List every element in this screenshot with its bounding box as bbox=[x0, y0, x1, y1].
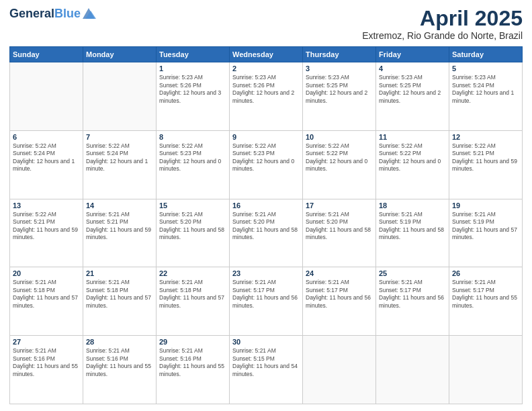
page: GeneralBlue April 2025 Extremoz, Rio Gra… bbox=[0, 0, 532, 411]
calendar-header-saturday: Saturday bbox=[449, 47, 523, 62]
calendar-cell bbox=[449, 336, 523, 404]
day-number: 27 bbox=[13, 338, 80, 346]
day-info: Sunrise: 5:21 AM Sunset: 5:20 PM Dayligh… bbox=[306, 211, 373, 242]
day-number: 15 bbox=[159, 201, 226, 210]
calendar-header-wednesday: Wednesday bbox=[230, 47, 303, 62]
calendar-header-sunday: Sunday bbox=[10, 47, 83, 62]
logo: GeneralBlue bbox=[9, 7, 96, 21]
calendar-cell: 19Sunrise: 5:21 AM Sunset: 5:19 PM Dayli… bbox=[449, 199, 523, 267]
calendar-week-2: 6Sunrise: 5:22 AM Sunset: 5:24 PM Daylig… bbox=[10, 130, 523, 199]
day-info: Sunrise: 5:21 AM Sunset: 5:21 PM Dayligh… bbox=[86, 211, 153, 242]
calendar-cell: 17Sunrise: 5:21 AM Sunset: 5:20 PM Dayli… bbox=[303, 199, 376, 267]
day-info: Sunrise: 5:21 AM Sunset: 5:17 PM Dayligh… bbox=[232, 279, 300, 310]
logo-text: GeneralBlue bbox=[9, 7, 81, 21]
calendar-week-3: 13Sunrise: 5:22 AM Sunset: 5:21 PM Dayli… bbox=[10, 199, 523, 267]
day-info: Sunrise: 5:21 AM Sunset: 5:20 PM Dayligh… bbox=[232, 211, 300, 242]
subtitle: Extremoz, Rio Grande do Norte, Brazil bbox=[362, 30, 523, 41]
calendar-cell: 12Sunrise: 5:22 AM Sunset: 5:21 PM Dayli… bbox=[449, 130, 523, 199]
calendar-cell: 13Sunrise: 5:22 AM Sunset: 5:21 PM Dayli… bbox=[10, 199, 83, 267]
calendar-cell: 2Sunrise: 5:23 AM Sunset: 5:26 PM Daylig… bbox=[230, 62, 303, 131]
day-info: Sunrise: 5:23 AM Sunset: 5:25 PM Dayligh… bbox=[379, 74, 446, 105]
calendar-cell: 7Sunrise: 5:22 AM Sunset: 5:24 PM Daylig… bbox=[83, 130, 157, 199]
calendar-cell: 25Sunrise: 5:21 AM Sunset: 5:17 PM Dayli… bbox=[376, 267, 449, 336]
calendar-cell: 26Sunrise: 5:21 AM Sunset: 5:17 PM Dayli… bbox=[449, 267, 523, 336]
day-info: Sunrise: 5:22 AM Sunset: 5:22 PM Dayligh… bbox=[306, 142, 373, 173]
day-number: 16 bbox=[232, 201, 300, 210]
calendar-cell: 8Sunrise: 5:22 AM Sunset: 5:23 PM Daylig… bbox=[157, 130, 230, 199]
day-info: Sunrise: 5:21 AM Sunset: 5:18 PM Dayligh… bbox=[13, 279, 80, 310]
calendar-cell: 28Sunrise: 5:21 AM Sunset: 5:16 PM Dayli… bbox=[83, 336, 157, 404]
calendar-cell: 21Sunrise: 5:21 AM Sunset: 5:18 PM Dayli… bbox=[83, 267, 157, 336]
day-number: 11 bbox=[379, 133, 446, 141]
day-info: Sunrise: 5:21 AM Sunset: 5:16 PM Dayligh… bbox=[86, 347, 153, 378]
calendar-cell: 14Sunrise: 5:21 AM Sunset: 5:21 PM Dayli… bbox=[83, 199, 157, 267]
calendar-header-row: SundayMondayTuesdayWednesdayThursdayFrid… bbox=[10, 47, 523, 62]
calendar-cell: 16Sunrise: 5:21 AM Sunset: 5:20 PM Dayli… bbox=[230, 199, 303, 267]
calendar-cell bbox=[376, 336, 449, 404]
day-number: 12 bbox=[452, 133, 519, 141]
day-info: Sunrise: 5:22 AM Sunset: 5:24 PM Dayligh… bbox=[13, 142, 80, 173]
day-info: Sunrise: 5:22 AM Sunset: 5:23 PM Dayligh… bbox=[232, 142, 300, 173]
day-info: Sunrise: 5:23 AM Sunset: 5:26 PM Dayligh… bbox=[159, 74, 226, 105]
day-number: 3 bbox=[306, 64, 373, 73]
day-info: Sunrise: 5:22 AM Sunset: 5:23 PM Dayligh… bbox=[159, 142, 226, 173]
logo-icon bbox=[81, 7, 96, 21]
calendar-cell: 29Sunrise: 5:21 AM Sunset: 5:16 PM Dayli… bbox=[157, 336, 230, 404]
calendar-cell: 10Sunrise: 5:22 AM Sunset: 5:22 PM Dayli… bbox=[303, 130, 376, 199]
calendar-header-tuesday: Tuesday bbox=[157, 47, 230, 62]
day-number: 5 bbox=[452, 64, 519, 73]
calendar-week-1: 1Sunrise: 5:23 AM Sunset: 5:26 PM Daylig… bbox=[10, 62, 523, 131]
day-info: Sunrise: 5:21 AM Sunset: 5:16 PM Dayligh… bbox=[159, 347, 226, 378]
day-info: Sunrise: 5:21 AM Sunset: 5:17 PM Dayligh… bbox=[306, 279, 373, 310]
day-info: Sunrise: 5:22 AM Sunset: 5:21 PM Dayligh… bbox=[452, 142, 519, 173]
day-number: 19 bbox=[452, 201, 519, 210]
day-number: 10 bbox=[306, 133, 373, 141]
day-number: 2 bbox=[232, 64, 300, 73]
day-number: 26 bbox=[452, 269, 519, 277]
day-number: 29 bbox=[159, 338, 226, 346]
day-info: Sunrise: 5:22 AM Sunset: 5:21 PM Dayligh… bbox=[13, 211, 80, 242]
day-info: Sunrise: 5:23 AM Sunset: 5:26 PM Dayligh… bbox=[232, 74, 300, 105]
calendar-cell: 24Sunrise: 5:21 AM Sunset: 5:17 PM Dayli… bbox=[303, 267, 376, 336]
day-info: Sunrise: 5:21 AM Sunset: 5:19 PM Dayligh… bbox=[379, 211, 446, 242]
day-info: Sunrise: 5:23 AM Sunset: 5:25 PM Dayligh… bbox=[306, 74, 373, 105]
day-info: Sunrise: 5:21 AM Sunset: 5:18 PM Dayligh… bbox=[86, 279, 153, 310]
day-number: 17 bbox=[306, 201, 373, 210]
calendar-cell: 27Sunrise: 5:21 AM Sunset: 5:16 PM Dayli… bbox=[10, 336, 83, 404]
calendar-header-friday: Friday bbox=[376, 47, 449, 62]
day-number: 14 bbox=[86, 201, 153, 210]
day-info: Sunrise: 5:21 AM Sunset: 5:19 PM Dayligh… bbox=[452, 211, 519, 242]
day-number: 30 bbox=[232, 338, 300, 346]
day-number: 18 bbox=[379, 201, 446, 210]
calendar-cell: 30Sunrise: 5:21 AM Sunset: 5:15 PM Dayli… bbox=[230, 336, 303, 404]
day-number: 1 bbox=[159, 64, 226, 73]
day-number: 25 bbox=[379, 269, 446, 277]
day-number: 21 bbox=[86, 269, 153, 277]
day-number: 20 bbox=[13, 269, 80, 277]
day-info: Sunrise: 5:22 AM Sunset: 5:24 PM Dayligh… bbox=[86, 142, 153, 173]
calendar-cell: 9Sunrise: 5:22 AM Sunset: 5:23 PM Daylig… bbox=[230, 130, 303, 199]
calendar-table: SundayMondayTuesdayWednesdayThursdayFrid… bbox=[9, 46, 523, 404]
calendar-cell: 15Sunrise: 5:21 AM Sunset: 5:20 PM Dayli… bbox=[157, 199, 230, 267]
calendar-cell: 20Sunrise: 5:21 AM Sunset: 5:18 PM Dayli… bbox=[10, 267, 83, 336]
calendar-header-thursday: Thursday bbox=[303, 47, 376, 62]
calendar-header-monday: Monday bbox=[83, 47, 157, 62]
day-info: Sunrise: 5:21 AM Sunset: 5:18 PM Dayligh… bbox=[159, 279, 226, 310]
day-number: 13 bbox=[13, 201, 80, 210]
calendar-cell: 1Sunrise: 5:23 AM Sunset: 5:26 PM Daylig… bbox=[157, 62, 230, 131]
day-info: Sunrise: 5:23 AM Sunset: 5:24 PM Dayligh… bbox=[452, 74, 519, 105]
day-number: 22 bbox=[159, 269, 226, 277]
calendar-cell bbox=[303, 336, 376, 404]
day-number: 24 bbox=[306, 269, 373, 277]
calendar-cell: 3Sunrise: 5:23 AM Sunset: 5:25 PM Daylig… bbox=[303, 62, 376, 131]
calendar-cell: 11Sunrise: 5:22 AM Sunset: 5:22 PM Dayli… bbox=[376, 130, 449, 199]
calendar-cell: 5Sunrise: 5:23 AM Sunset: 5:24 PM Daylig… bbox=[449, 62, 523, 131]
day-info: Sunrise: 5:21 AM Sunset: 5:20 PM Dayligh… bbox=[159, 211, 226, 242]
calendar-week-4: 20Sunrise: 5:21 AM Sunset: 5:18 PM Dayli… bbox=[10, 267, 523, 336]
day-info: Sunrise: 5:21 AM Sunset: 5:15 PM Dayligh… bbox=[232, 347, 300, 378]
day-number: 28 bbox=[86, 338, 153, 346]
title-block: April 2025 Extremoz, Rio Grande do Norte… bbox=[362, 7, 523, 41]
calendar-cell: 6Sunrise: 5:22 AM Sunset: 5:24 PM Daylig… bbox=[10, 130, 83, 199]
day-info: Sunrise: 5:21 AM Sunset: 5:17 PM Dayligh… bbox=[379, 279, 446, 310]
day-info: Sunrise: 5:21 AM Sunset: 5:17 PM Dayligh… bbox=[452, 279, 519, 310]
